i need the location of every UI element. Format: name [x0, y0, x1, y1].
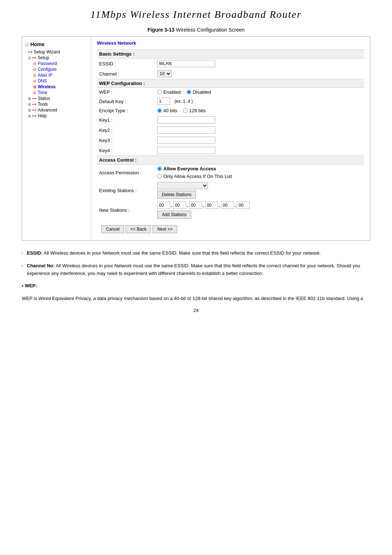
encript-40-option[interactable]: 40 bits [157, 108, 177, 113]
sidebar: ⌂ Home ⊶ Setup Wizard ⊟ ⊶ Setup ⊙ Passwo… [22, 37, 91, 240]
key1-row: Key1 : [97, 115, 364, 125]
key2-input[interactable] [157, 126, 215, 134]
next-button[interactable]: Next >> [152, 225, 177, 233]
channel-label: Channel : [97, 69, 155, 79]
basic-settings-row: Basic Settings : [97, 50, 364, 58]
sidebar-item-time[interactable]: ⊙ Time [22, 90, 91, 96]
sidebar-sub-label: DNS [38, 78, 47, 84]
encript-40-radio[interactable] [157, 108, 162, 113]
sidebar-item-label: Setup Wizard [34, 49, 60, 54]
existing-stations-row: Existing Stations : Delete Stations [97, 181, 364, 200]
key3-input[interactable] [157, 137, 215, 144]
key3-row: Key3 : [97, 135, 364, 145]
dns-icon: ⊙ [33, 79, 36, 84]
channel-bullet-bold: Channel No: [27, 263, 55, 268]
sidebar-sub-label: Configure [38, 67, 57, 72]
allow-everyone-radio[interactable] [157, 166, 162, 171]
only-allow-label: Only Allow Access If On This List [163, 174, 232, 179]
access-control-row: Access Control : [97, 156, 364, 165]
existing-stations-cell: Delete Stations [155, 181, 364, 200]
default-key-input[interactable] [157, 98, 170, 105]
wep-disabled-option[interactable]: Disabled [187, 89, 211, 95]
essid-cell [155, 58, 364, 69]
encript-128-option[interactable]: 128 bits [183, 108, 206, 113]
key2-cell [155, 125, 364, 135]
wep-row: WEP : Enabled Disabled [97, 88, 364, 97]
encript-40-label: 40 bits [163, 108, 177, 113]
back-button[interactable]: << Back [126, 225, 151, 233]
key4-cell [155, 145, 364, 156]
essid-row: ESSID : [97, 58, 364, 69]
key1-label: Key1 : [97, 115, 155, 125]
config-table: Basic Settings : ESSID : Channel : 1234 [97, 49, 364, 235]
allow-everyone-option[interactable]: Allow Everyone Access [157, 166, 362, 171]
status-icon: ⊶ [32, 96, 36, 101]
access-permission-row: Access Permission : Allow Everyone Acces… [97, 165, 364, 181]
sidebar-item-advanced[interactable]: ⊞ ⊶ Advanced [22, 107, 91, 113]
encript-128-label: 128 bits [189, 108, 206, 113]
sidebar-item-password[interactable]: ⊙ Password [22, 61, 91, 66]
key1-input[interactable] [157, 116, 215, 123]
wep-disabled-radio[interactable] [187, 90, 191, 94]
help-icon: ⊶ [32, 113, 36, 118]
wep-radio-group: Enabled Disabled [157, 89, 362, 95]
channel-cell: 1234 5678 91011 [155, 69, 364, 79]
alias-ip-icon: ⊙ [33, 73, 36, 78]
only-allow-radio[interactable] [157, 174, 162, 179]
default-key-cell: (ex: 1..4 ) [155, 96, 364, 106]
wep-body-text: WEP is Wired Equivalent Privacy, a data … [22, 295, 370, 303]
essid-bullet: • ESSID: All Wireless devices in your Ne… [22, 250, 370, 257]
default-key-label: Default Key : [97, 96, 155, 106]
sidebar-item-dns[interactable]: ⊙ DNS [22, 78, 91, 84]
encript-type-label: Encript Type : [97, 106, 155, 115]
main-layout: ⌂ Home ⊶ Setup Wizard ⊟ ⊶ Setup ⊙ Passwo… [22, 36, 370, 241]
cancel-button[interactable]: Cancel [101, 225, 124, 233]
existing-stations-select[interactable] [157, 182, 208, 189]
sidebar-item-setup-label: Setup [38, 55, 49, 60]
mac-octet-4[interactable] [205, 202, 218, 209]
sidebar-item-alias-ip[interactable]: ⊙ Alias IP [22, 72, 91, 78]
access-permission-cell: Allow Everyone Access Only Allow Access … [155, 165, 364, 181]
wep-enabled-radio[interactable] [157, 90, 162, 94]
sidebar-sub-label: Time [38, 90, 47, 95]
essid-input[interactable] [157, 60, 215, 67]
encript-radio-group: 40 bits 128 bits [157, 108, 362, 113]
sidebar-item-help[interactable]: ⊞ ⊶ Help [22, 113, 91, 119]
encript-128-radio[interactable] [183, 108, 188, 113]
sidebar-item-wireless[interactable]: ⊙ Wireless [22, 84, 91, 90]
mac-octet-6[interactable] [237, 202, 250, 209]
sidebar-sub-label: Wireless [38, 84, 56, 89]
channel-select[interactable]: 1234 5678 91011 [157, 70, 172, 77]
expand-icon-status: ⊞ [28, 97, 31, 101]
access-control-label: Access Control : [97, 156, 364, 165]
expand-icon-advanced: ⊞ [28, 108, 31, 112]
content-area: Wireless Network Basic Settings : ESSID … [91, 37, 370, 240]
wep-config-row: WEP Configuration : [97, 79, 364, 88]
key4-input[interactable] [157, 147, 215, 154]
wep-cell: Enabled Disabled [155, 88, 364, 97]
add-stations-button[interactable]: Add Stations [157, 211, 191, 219]
sidebar-item-setup[interactable]: ⊟ ⊶ Setup [22, 55, 91, 61]
sidebar-item-tools-label: Tools [38, 102, 48, 107]
sidebar-item-status[interactable]: ⊞ ⊶ Status [22, 96, 91, 101]
mac-octet-3[interactable] [189, 202, 202, 209]
new-stations-cell: . . . . . Add Stations [155, 200, 364, 220]
default-key-hint: (ex: 1..4 ) [175, 99, 193, 104]
wep-enabled-option[interactable]: Enabled [157, 89, 181, 95]
mac-octet-2[interactable] [173, 202, 186, 209]
sidebar-item-configure[interactable]: ⊙ Configure [22, 66, 91, 72]
mac-octet-5[interactable] [221, 202, 234, 209]
basic-settings-label: Basic Settings : [97, 50, 364, 58]
section-title: Wireless Network [97, 40, 364, 46]
mac-octet-1[interactable] [157, 202, 170, 209]
delete-stations-button[interactable]: Delete Stations [157, 191, 196, 199]
only-allow-option[interactable]: Only Allow Access If On This List [157, 174, 362, 179]
expand-icon-tools: ⊞ [28, 102, 31, 106]
sidebar-item-setup-wizard[interactable]: ⊶ Setup Wizard [22, 49, 91, 55]
key4-label: Key4 : [97, 145, 155, 156]
page-title: 11Mbps Wireless Internet Broadband Route… [0, 0, 392, 27]
allow-everyone-label: Allow Everyone Access [163, 166, 216, 171]
sidebar-home[interactable]: ⌂ Home [22, 40, 91, 49]
sidebar-item-tools[interactable]: ⊞ ⊶ Tools [22, 101, 91, 107]
essid-bullet-text: All Wireless devices in your Network mus… [42, 250, 321, 256]
